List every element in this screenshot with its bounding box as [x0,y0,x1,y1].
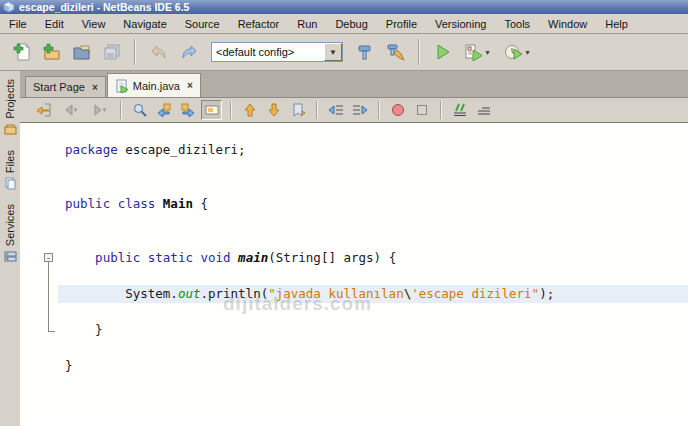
window-title: escape_dizileri - NetBeans IDE 6.5 [19,1,189,13]
code-token [65,250,95,265]
profile-dropdown-caret-icon[interactable]: ▾ [525,48,529,57]
config-dropdown[interactable]: <default config> ▼ [211,42,343,62]
toolbar-separator [134,39,136,65]
debug-project-button[interactable]: ▾ [459,39,495,66]
sidebar-item-label: Services [4,204,16,246]
last-edit-icon [36,102,52,118]
code-line-current[interactable]: System.out.println("javada kullanılan\'e… [58,285,688,303]
code-fold-line [48,262,55,332]
code-line[interactable] [58,303,688,321]
find-icon [132,102,148,118]
toggle-bookmark-button[interactable] [287,100,308,120]
code-token: escape_dizileri; [125,142,245,157]
build-project-button[interactable] [352,39,379,66]
redo-icon [179,42,199,62]
menu-item-source[interactable]: Source [176,16,229,32]
stop-macro-button[interactable] [411,100,432,120]
sidebar-item-projects[interactable]: Projects [4,79,17,136]
code-line[interactable] [58,213,688,231]
save-all-button[interactable] [98,39,125,66]
menu-item-edit[interactable]: Edit [36,16,73,32]
shift-line-right-button[interactable] [349,100,370,120]
close-icon[interactable]: × [187,80,193,91]
sidebar-item-files[interactable]: Files [4,150,17,190]
menu-item-help[interactable]: Help [596,16,637,32]
back-caret-icon[interactable]: ▾ [74,106,78,114]
find-previous-button[interactable] [153,100,174,120]
code-token: public class [65,196,163,211]
left-sidebar: Projects Files Services [0,71,21,426]
editor-toolbar-separator [378,101,379,119]
sidebar-item-label: Files [4,150,16,173]
code-token: package [65,142,125,157]
code-line[interactable]: package escape_dizileri; [58,141,688,159]
find-previous-icon [156,102,172,118]
menu-item-refactor[interactable]: Refactor [229,16,289,32]
forward-caret-icon[interactable]: ▾ [103,106,107,114]
new-project-button[interactable] [38,39,65,66]
run-icon [433,42,453,62]
code-line[interactable] [58,159,688,177]
config-dropdown-arrow-icon[interactable]: ▼ [324,43,342,61]
menu-item-file[interactable]: File [0,16,36,32]
forward-button[interactable]: ▾ [86,100,112,120]
code-editor[interactable]: - package escape_dizileri;public class M… [20,123,688,426]
undo-button[interactable] [145,39,172,66]
debug-dropdown-caret-icon[interactable]: ▾ [485,48,489,57]
open-project-button[interactable] [68,39,95,66]
stop-macro-icon [414,102,430,118]
shift-right-icon [352,102,368,118]
code-line[interactable]: public class Main { [58,195,688,213]
code-line[interactable] [58,231,688,249]
editor-toolbar-separator [120,101,121,119]
shift-line-left-button[interactable] [325,100,346,120]
previous-bookmark-button[interactable] [239,100,260,120]
code-token: ); [539,286,554,301]
uncomment-button[interactable] [473,100,494,120]
code-line[interactable] [58,177,688,195]
menu-item-debug[interactable]: Debug [326,16,376,32]
next-bookmark-button[interactable] [263,100,284,120]
clean-build-button[interactable] [382,39,409,66]
menu-item-versioning[interactable]: Versioning [426,16,495,32]
new-file-icon [12,42,32,62]
menu-item-tools[interactable]: Tools [495,16,539,32]
record-macro-button[interactable] [387,100,408,120]
find-button[interactable] [129,100,150,120]
tab-label: Main.java [133,80,180,92]
tab-main-java[interactable]: Main.java × [107,73,201,97]
menu-item-run[interactable]: Run [288,16,326,32]
code-lines: package escape_dizileri;public class Mai… [58,141,688,375]
editor-toolbar-separator [316,101,317,119]
code-line[interactable] [58,267,688,285]
close-icon[interactable]: × [92,82,98,93]
code-line[interactable] [58,339,688,357]
comment-button[interactable] [449,100,470,120]
run-project-button[interactable] [429,39,456,66]
code-line[interactable]: } [58,321,688,339]
code-line[interactable]: } [58,357,688,375]
menu-item-navigate[interactable]: Navigate [114,16,175,32]
find-next-button[interactable] [177,100,198,120]
profile-project-button[interactable]: ▾ [498,39,536,66]
debug-icon [464,42,484,62]
clean-build-icon [386,42,406,62]
menu-item-view[interactable]: View [73,16,115,32]
sidebar-item-services[interactable]: Services [4,204,17,263]
files-icon [4,177,17,190]
open-project-icon [72,42,92,62]
menu-bar: FileEditViewNavigateSourceRefactorRunDeb… [0,14,688,34]
tab-start-page[interactable]: Start Page × [25,76,106,97]
menu-item-profile[interactable]: Profile [377,16,426,32]
last-edit-location-button[interactable] [33,100,54,120]
save-all-icon [102,42,122,62]
code-fold-toggle[interactable]: - [44,253,53,262]
toggle-highlight-search-button[interactable] [201,100,222,120]
redo-button[interactable] [175,39,202,66]
back-button[interactable]: ▾ [57,100,83,120]
editor-toolbar: ▾ ▾ [20,98,688,123]
code-line[interactable]: public static void main(String[] args) { [58,249,688,267]
new-file-button[interactable] [8,39,35,66]
code-token: (String[] args) { [268,250,396,265]
menu-item-window[interactable]: Window [539,16,596,32]
